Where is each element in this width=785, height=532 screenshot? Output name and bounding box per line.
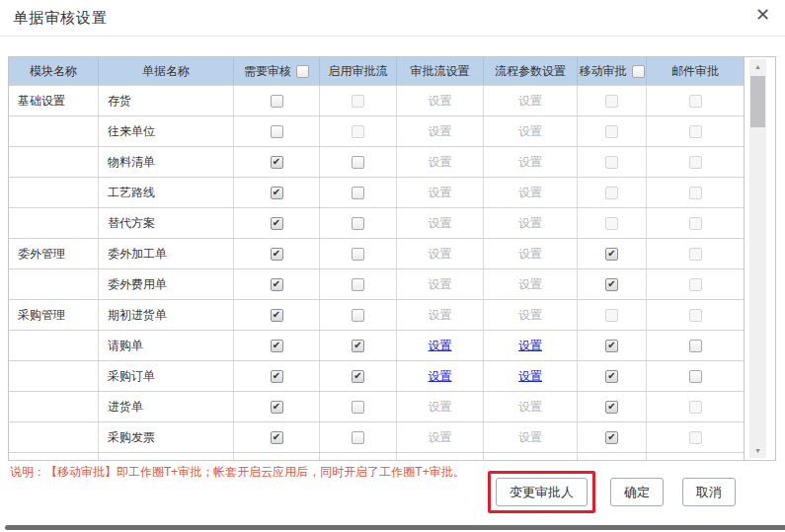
module-name-cell [9,208,98,238]
approval-flow-checkbox[interactable] [352,248,364,261]
table-row: 委外费用单✔设置设置✔ [9,268,744,299]
change-approver-button[interactable]: 变更审批人 [496,478,588,506]
mobile-approval-checkbox[interactable]: ✔ [605,401,618,414]
need-audit-checkbox[interactable]: ✔ [271,401,283,414]
close-icon[interactable]: ✕ [755,6,770,24]
doc-name-cell: 委外费用单 [98,269,233,299]
approval-flow-cell [319,239,396,268]
param-setting-cell: 设置 [483,300,577,330]
mobile-approval-checkbox[interactable]: ✔ [605,431,618,444]
column-header-label: 邮件审批 [671,63,719,80]
need-audit-checkbox[interactable] [271,95,283,108]
cancel-button[interactable]: 取消 [682,478,736,506]
email-approval-checkbox [689,248,702,261]
module-name-cell [9,147,98,177]
need-audit-checkbox[interactable]: ✔ [271,156,283,169]
approval-flow-checkbox[interactable] [352,401,364,414]
table-header-row: 模块名称单据名称需要审核启用审批流审批流设置流程参数设置移动审批邮件审批 [9,57,744,85]
mobile-approval-checkbox [605,187,618,199]
mobile-approval-checkbox [605,125,618,138]
param-setting-cell: 设置 [483,178,577,207]
dialog-title: 单据审核设置 [13,9,108,28]
need-audit-checkbox[interactable]: ✔ [271,248,283,261]
title-divider [0,36,785,37]
doc-name-cell: 工艺路线 [98,178,233,207]
scrollbar-zone: ▲ ▼ [745,57,775,460]
approval-flow-checkbox[interactable] [352,217,364,230]
ok-button[interactable]: 确定 [610,478,664,506]
module-name-cell [9,422,98,452]
approval-flow-checkbox[interactable]: ✔ [352,370,364,383]
param-setting-link: 设置 [518,185,542,201]
approval-flow-cell [319,178,396,207]
flow-setting-link[interactable]: 设置 [429,368,452,385]
need_audit-header-checkbox[interactable] [296,65,309,78]
param-setting-cell: 设置 [483,422,577,452]
scrollbar-track[interactable]: ▲ ▼ [749,59,766,458]
table-row: 采购管理期初进货单✔设置设置 [9,299,744,330]
module-name-cell: 销售管理 [9,453,98,460]
mobile-approval-checkbox[interactable]: ✔ [605,370,618,383]
need-audit-cell: ✔ [233,269,319,299]
table-row: 物料清单✔设置设置 [9,146,744,177]
table-row: 基础设置存货设置设置 [9,85,744,115]
table-row: 请购单✔✔设置设置✔ [9,330,744,360]
approval-flow-checkbox[interactable]: ✔ [352,340,364,352]
param-setting-cell: 设置 [483,86,577,115]
module-name-cell [9,331,98,360]
flow-setting-link: 设置 [429,429,452,446]
approval-flow-checkbox[interactable] [352,431,364,444]
email-approval-checkbox [689,278,702,291]
audit-settings-table: 模块名称单据名称需要审核启用审批流审批流设置流程参数设置移动审批邮件审批 基础设… [8,56,776,461]
param-setting-link: 设置 [518,215,542,232]
flow-setting-link: 设置 [429,154,452,171]
email-approval-checkbox[interactable] [689,370,702,383]
approval-flow-checkbox[interactable] [352,278,364,291]
need-audit-checkbox[interactable]: ✔ [271,340,283,352]
param-setting-link[interactable]: 设置 [518,338,542,354]
need-audit-checkbox[interactable]: ✔ [271,370,283,383]
doc-name-cell: 采购发票 [98,422,233,452]
table-row: 销售管理期初销货单✔设置设置 [9,452,744,460]
mobile-approval-checkbox[interactable]: ✔ [605,248,618,261]
need-audit-checkbox[interactable] [271,125,283,138]
need-audit-checkbox[interactable]: ✔ [271,217,283,230]
approval-flow-checkbox[interactable] [352,309,364,322]
table-row: 往来单位设置设置 [9,115,744,146]
approval-flow-checkbox[interactable] [352,187,364,199]
mobile-approval-cell [577,147,646,177]
flow-setting-link: 设置 [429,215,452,232]
scrollbar-thumb[interactable] [750,76,765,127]
doc-name-cell: 期初进货单 [98,300,233,330]
flow-setting-link[interactable]: 设置 [429,338,452,354]
approval-flow-cell [319,147,396,177]
column-header-email: 邮件审批 [646,57,744,85]
scroll-up-icon[interactable]: ▲ [749,60,766,73]
approval-flow-checkbox[interactable] [352,156,364,169]
doc-name-cell: 请购单 [98,331,233,360]
need-audit-checkbox[interactable]: ✔ [271,309,283,322]
module-name-cell [9,116,98,146]
flow-setting-cell: 设置 [396,300,483,330]
need-audit-cell: ✔ [233,239,319,268]
email-approval-checkbox[interactable] [689,340,702,352]
param-setting-link: 设置 [518,154,542,171]
column-header-label: 流程参数设置 [495,63,566,80]
mobile-approval-checkbox[interactable]: ✔ [605,278,618,291]
param-setting-link[interactable]: 设置 [518,368,542,385]
mobile-header-checkbox[interactable] [632,65,645,78]
need-audit-checkbox[interactable]: ✔ [271,431,283,444]
scroll-down-icon[interactable]: ▼ [749,444,766,457]
doc-name-cell: 期初销货单 [98,453,233,460]
param-setting-link: 设置 [518,276,542,293]
need-audit-checkbox[interactable]: ✔ [271,187,283,199]
column-header-doc: 单据名称 [98,57,233,85]
flow-setting-cell: 设置 [396,453,483,460]
mobile-approval-checkbox[interactable]: ✔ [605,340,618,352]
mobile-approval-cell [577,453,646,460]
param-setting-link: 设置 [518,460,542,461]
need-audit-checkbox[interactable]: ✔ [271,278,283,291]
flow-setting-link: 设置 [429,460,452,461]
mobile-approval-checkbox [605,217,618,230]
column-header-label: 单据名称 [142,63,190,80]
